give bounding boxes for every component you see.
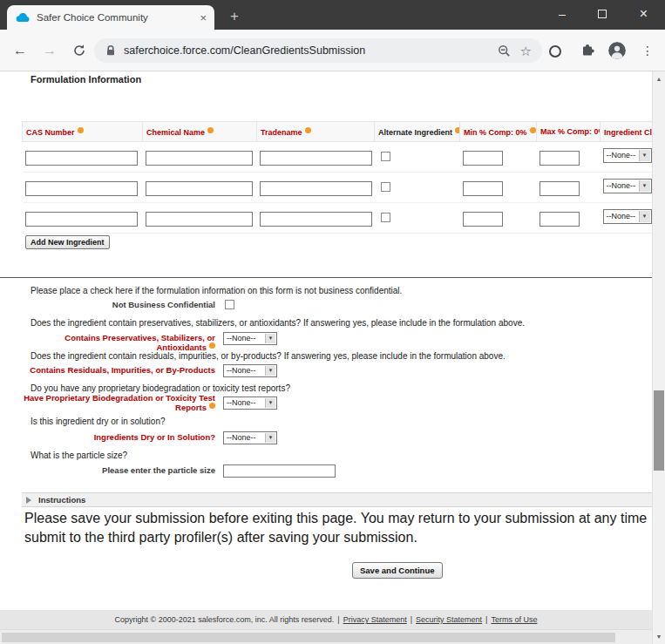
particle-size-question: What is the particle size? (31, 451, 127, 460)
page-title: Formulation Information (31, 74, 141, 85)
cas-number-input[interactable] (25, 181, 138, 196)
reports-question: Do you have any proprietary biodegradati… (31, 383, 290, 393)
column-header-max-comp: Max % Comp: 0% (537, 122, 601, 142)
dropdown-arrow-icon: ▼ (639, 180, 650, 192)
lock-icon[interactable] (105, 44, 116, 57)
scroll-down-button[interactable]: ▼ (653, 629, 665, 644)
help-icon[interactable] (530, 127, 536, 133)
forward-button[interactable]: → (38, 39, 61, 62)
chemical-name-input[interactable] (146, 181, 253, 196)
reload-icon (72, 45, 86, 60)
profile-avatar[interactable] (608, 42, 626, 59)
contains-residuals-label: Contains Residuals, Impurities, or By-Pr… (22, 365, 215, 375)
salesforce-cloud-icon (16, 12, 31, 23)
vertical-scrollbar-thumb[interactable] (654, 390, 664, 471)
maximize-icon (598, 10, 607, 18)
close-button[interactable]: × (622, 0, 665, 30)
maximize-button[interactable] (582, 0, 622, 30)
tradename-input[interactable] (260, 151, 372, 166)
tradename-input[interactable] (260, 212, 372, 227)
dry-or-solution-label: Ingredients Dry or In Solution? (22, 432, 215, 442)
contains-preservatives-select[interactable]: --None--▼ (223, 332, 277, 345)
extensions-puzzle-icon[interactable] (580, 43, 595, 61)
tab-close-icon[interactable]: × (197, 11, 209, 24)
help-icon[interactable] (305, 127, 311, 133)
not-business-confidential-checkbox[interactable] (225, 300, 234, 309)
min-comp-input[interactable] (463, 151, 503, 166)
help-icon[interactable] (209, 403, 215, 409)
help-icon[interactable] (207, 127, 214, 133)
vertical-scrollbar[interactable]: ▲ ▼ (652, 71, 665, 644)
particle-size-input[interactable] (223, 464, 336, 478)
new-tab-button[interactable]: + (223, 7, 246, 28)
chemical-name-input[interactable] (146, 151, 253, 166)
browser-toolbar: ← → saferchoice.force.com/CleanGredients… (0, 30, 665, 71)
alternate-ingredient-checkbox[interactable] (381, 152, 390, 161)
max-comp-input[interactable] (539, 212, 580, 227)
dropdown-arrow-icon: ▼ (639, 211, 650, 222)
plus-icon: + (230, 8, 239, 24)
add-new-ingredient-button[interactable]: Add New Ingredient (25, 235, 110, 249)
page-content: Formulation Information CAS Number Chemi… (0, 71, 652, 629)
table-header-row: CAS Number Chemical Name Tradename Alter… (23, 122, 653, 142)
contains-residuals-select[interactable]: --None--▼ (223, 364, 277, 377)
forward-arrow-icon: → (43, 43, 57, 58)
scroll-up-button[interactable]: ▲ (653, 71, 665, 86)
cas-number-input[interactable] (25, 212, 138, 227)
help-icon[interactable] (78, 127, 84, 133)
reload-button[interactable] (68, 39, 91, 62)
instructions-title: Instructions (38, 495, 85, 505)
cas-number-input[interactable] (25, 151, 138, 166)
browser-tab[interactable]: Safer Choice Community × (7, 5, 214, 30)
ingredient-table: CAS Number Chemical Name Tradename Alter… (22, 121, 652, 234)
preservatives-question: Does the ingredient contain preservative… (31, 318, 525, 328)
ingredient-class-select[interactable]: --None--▼ (603, 179, 652, 193)
alternate-ingredient-checkbox[interactable] (381, 182, 390, 192)
privacy-statement-link[interactable]: Privacy Statement (343, 615, 407, 624)
back-arrow-icon: ← (13, 43, 27, 58)
ingredient-class-select[interactable]: --None--▼ (603, 209, 652, 224)
particle-size-label: Please enter the particle size (22, 465, 215, 475)
column-header-alternate-ingredient: Alternate Ingredient (375, 122, 460, 142)
zoom-indicator-icon[interactable] (498, 44, 511, 58)
proprietary-reports-select[interactable]: --None--▼ (223, 397, 277, 410)
address-bar[interactable]: saferchoice.force.com/CleanGredientsSubm… (94, 38, 542, 63)
ingredient-table-wrap: CAS Number Chemical Name Tradename Alter… (22, 121, 652, 234)
minimize-button[interactable]: – (542, 0, 582, 30)
ingredient-class-select[interactable]: --None--▼ (603, 148, 652, 163)
help-icon[interactable] (455, 127, 459, 133)
extension-circle-icon[interactable] (549, 45, 561, 58)
alternate-ingredient-checkbox[interactable] (381, 213, 390, 222)
minimize-icon: – (559, 7, 566, 21)
confidential-question: Please place a check here if the formula… (31, 286, 402, 295)
tab-title: Safer Choice Community (37, 12, 197, 23)
column-header-tradename: Tradename (257, 122, 375, 142)
security-statement-link[interactable]: Security Statement (416, 615, 482, 624)
dry-or-solution-select[interactable]: --None--▼ (223, 431, 277, 444)
title-bar: Safer Choice Community × + – × (0, 0, 665, 30)
tradename-input[interactable] (260, 181, 372, 196)
instructions-section-header[interactable]: Instructions (22, 492, 652, 507)
horizontal-scrollbar[interactable] (0, 629, 652, 644)
min-comp-input[interactable] (463, 181, 503, 196)
section-divider (0, 277, 652, 278)
save-and-continue-button[interactable]: Save and Continue (352, 562, 443, 579)
terms-of-use-link[interactable]: Terms of Use (491, 615, 537, 624)
help-icon[interactable] (209, 342, 215, 349)
max-comp-input[interactable] (539, 181, 580, 196)
bookmark-star-icon[interactable]: ☆ (520, 44, 532, 58)
horizontal-scrollbar-thumb[interactable] (2, 633, 615, 642)
max-comp-input[interactable] (539, 151, 580, 166)
footer-separator: | (411, 615, 412, 624)
browser-window: Safer Choice Community × + – × ← → safer… (0, 0, 665, 644)
page-footer: Copyright © 2000-2021 salesforce.com, in… (0, 610, 652, 629)
url-text[interactable]: saferchoice.force.com/CleanGredientsSubm… (124, 44, 498, 57)
min-comp-input[interactable] (463, 212, 503, 227)
back-button[interactable]: ← (9, 39, 31, 62)
dropdown-arrow-icon: ▼ (265, 433, 275, 443)
chemical-name-input[interactable] (146, 212, 253, 227)
menu-kebab-icon[interactable]: ⋮ (639, 41, 656, 60)
footer-separator: | (485, 615, 487, 624)
column-header-ingredient-class: Ingredient Class (601, 122, 653, 142)
dry-or-solution-question: Is this ingredient dry or in solution? (31, 417, 166, 426)
